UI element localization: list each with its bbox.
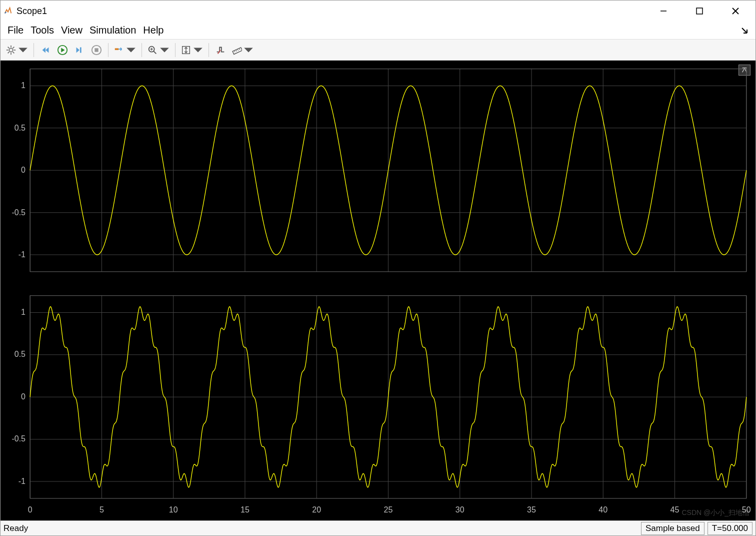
menu-simulation[interactable]: Simulation [90, 25, 136, 36]
maximize-button[interactable] [690, 4, 708, 18]
step-back-button[interactable] [38, 43, 53, 58]
svg-line-25 [236, 50, 237, 51]
menu-view[interactable]: View [61, 25, 82, 36]
x-axis-ticks: 05101520253035404550 [4, 503, 752, 517]
stop-button[interactable] [89, 43, 104, 58]
statusbar: Ready Sample based T=50.000 [0, 520, 756, 535]
y-axis-ticks-2: -1-0.500.51 [4, 290, 28, 504]
minimize-button[interactable] [654, 4, 672, 18]
svg-line-26 [238, 49, 238, 51]
triggers-button[interactable] [213, 43, 228, 58]
svg-line-12 [13, 47, 14, 48]
svg-rect-23 [232, 47, 242, 54]
svg-line-27 [239, 48, 240, 50]
plot-panel-2[interactable]: -1-0.500.51 [4, 290, 752, 504]
plot-area: -1-0.500.51 -1-0.500.51 0510152025303540… [0, 61, 756, 520]
menu-tools[interactable]: Tools [30, 25, 54, 36]
status-time: T=50.000 [708, 522, 752, 535]
svg-rect-1 [696, 8, 702, 14]
plot-panel-1[interactable]: -1-0.500.51 [4, 64, 752, 277]
status-mode: Sample based [641, 522, 704, 535]
titlebar: Scope1 [0, 1, 756, 22]
svg-line-10 [13, 52, 14, 53]
toolbar [0, 40, 756, 61]
svg-line-11 [8, 52, 10, 53]
svg-rect-16 [94, 48, 98, 52]
step-forward-button[interactable] [72, 43, 87, 58]
measurements-button[interactable] [230, 43, 255, 58]
dock-arrow-icon[interactable] [740, 27, 748, 35]
configure-button[interactable] [4, 43, 30, 58]
svg-point-4 [9, 48, 12, 52]
scale-axes-button[interactable] [180, 43, 204, 58]
find-signal-button[interactable] [112, 43, 138, 58]
svg-rect-14 [80, 47, 82, 53]
svg-line-24 [234, 51, 235, 52]
svg-line-9 [8, 47, 10, 48]
menu-file[interactable]: File [8, 25, 24, 36]
svg-rect-17 [115, 48, 118, 50]
y-axis-ticks-1: -1-0.500.51 [4, 64, 28, 277]
zoom-button[interactable] [146, 43, 171, 58]
menubar: File Tools View Simulation Help [0, 22, 756, 40]
menu-help[interactable]: Help [143, 25, 164, 36]
run-button[interactable] [55, 43, 70, 58]
close-button[interactable] [726, 4, 744, 18]
window-controls [654, 4, 752, 18]
status-ready: Ready [4, 523, 28, 533]
matlab-icon [4, 7, 12, 16]
svg-line-19 [154, 51, 156, 54]
window-title: Scope1 [16, 6, 654, 17]
